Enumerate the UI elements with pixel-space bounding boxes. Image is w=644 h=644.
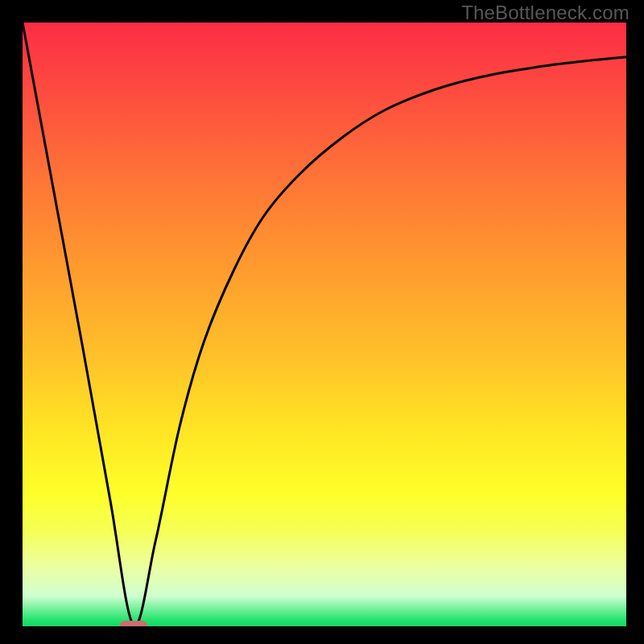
watermark-text: TheBottleneck.com: [461, 2, 630, 24]
plot-area: [23, 23, 626, 626]
optimal-point-marker: [120, 621, 147, 627]
chart-frame: TheBottleneck.com: [0, 0, 644, 644]
bottleneck-curve: [23, 23, 626, 626]
